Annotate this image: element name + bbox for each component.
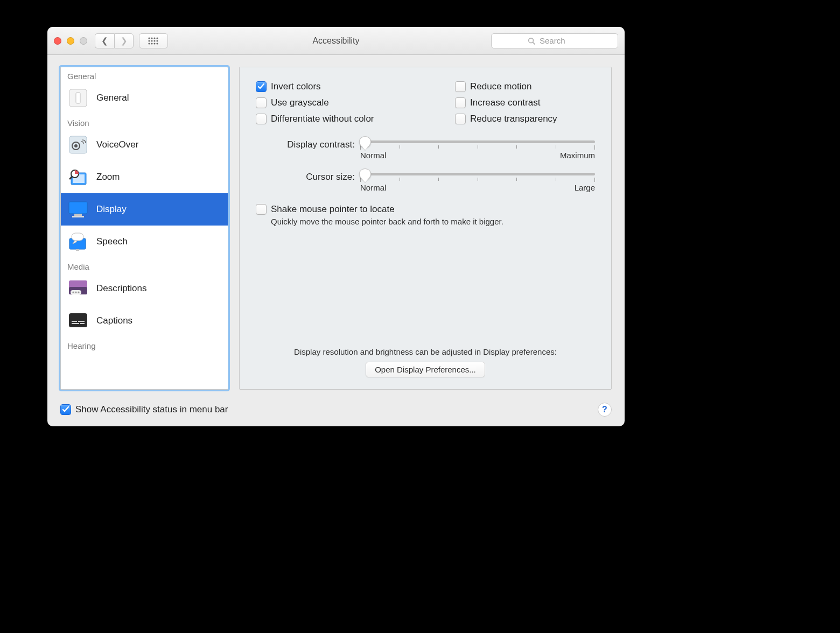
- svg-rect-27: [76, 249, 79, 251]
- sidebar-item-display[interactable]: Display: [61, 193, 228, 226]
- svg-point-1: [151, 37, 152, 39]
- checkbox-label: Use grayscale: [271, 97, 329, 108]
- sidebar-item-general[interactable]: General: [61, 82, 228, 114]
- window-controls: [54, 37, 87, 45]
- sidebar-item-label: Descriptions: [96, 283, 147, 294]
- checkbox-icon: [455, 97, 466, 108]
- svg-point-2: [153, 37, 155, 39]
- svg-point-3: [156, 37, 158, 39]
- forward-button[interactable]: ❯: [114, 33, 134, 48]
- sidebar[interactable]: General General Vision: [60, 67, 228, 390]
- voiceover-icon: [67, 134, 89, 156]
- checkbox-grid: Invert colors Reduce motion Use grayscal…: [256, 81, 595, 124]
- shake-to-locate-description: Quickly move the mouse pointer back and …: [271, 217, 595, 226]
- close-window-button[interactable]: [54, 37, 61, 45]
- titlebar: ❮ ❯ Accessibility: [47, 27, 625, 55]
- checkbox-label: Reduce transparency: [470, 114, 557, 124]
- svg-point-33: [75, 291, 76, 293]
- sidebar-group-media: Media: [61, 258, 228, 272]
- help-button[interactable]: ?: [598, 403, 612, 417]
- svg-point-8: [148, 43, 150, 44]
- accessibility-window: ❮ ❯ Accessibility: [47, 27, 625, 426]
- shake-to-locate-block: Shake mouse pointer to locate Quickly mo…: [256, 204, 595, 226]
- svg-point-32: [72, 291, 74, 293]
- svg-point-7: [156, 40, 158, 41]
- cursor-size-slider[interactable]: Normal Large: [360, 172, 595, 192]
- svg-rect-39: [80, 323, 85, 324]
- increase-contrast-checkbox[interactable]: Increase contrast: [455, 97, 595, 108]
- checkbox-icon: [256, 114, 267, 124]
- sidebar-item-label: Captions: [96, 315, 132, 326]
- sidebar-item-captions[interactable]: Captions: [61, 305, 228, 337]
- zoom-window-button[interactable]: [80, 37, 87, 45]
- cursor-size-row: Cursor size: Normal Large: [256, 172, 595, 192]
- search-input[interactable]: [538, 36, 582, 46]
- descriptions-icon: [67, 278, 89, 299]
- sidebar-item-speech[interactable]: Speech: [61, 226, 228, 258]
- checkbox-icon: [256, 81, 267, 92]
- display-contrast-row: Display contrast: Normal Maximum: [256, 139, 595, 160]
- checkbox-label: Increase contrast: [470, 97, 540, 108]
- differentiate-without-color-checkbox[interactable]: Differentiate without color: [256, 114, 455, 124]
- svg-point-11: [156, 43, 158, 44]
- shake-to-locate-checkbox[interactable]: Shake mouse pointer to locate: [256, 204, 595, 215]
- back-button[interactable]: ❮: [95, 33, 114, 48]
- minimize-window-button[interactable]: [67, 37, 74, 45]
- slider-max-label: Maximum: [560, 151, 595, 160]
- svg-point-5: [151, 40, 152, 41]
- display-preferences-note: Display resolution and brightness can be…: [240, 347, 611, 377]
- sidebar-item-label: Zoom: [96, 172, 120, 182]
- zoom-icon: [67, 166, 89, 188]
- sidebar-item-label: Speech: [96, 236, 128, 247]
- slider-min-label: Normal: [360, 183, 386, 192]
- slider-max-label: Large: [575, 183, 595, 192]
- svg-rect-24: [74, 214, 82, 216]
- invert-colors-checkbox[interactable]: Invert colors: [256, 81, 455, 92]
- reduce-transparency-checkbox[interactable]: Reduce transparency: [455, 114, 595, 124]
- checkbox-label: Show Accessibility status in menu bar: [75, 404, 228, 415]
- svg-point-0: [148, 37, 150, 39]
- svg-point-4: [148, 40, 150, 41]
- chevron-left-icon: ❮: [101, 36, 108, 46]
- svg-rect-23: [69, 202, 87, 214]
- checkbox-label: Shake mouse pointer to locate: [271, 204, 395, 215]
- cursor-size-label: Cursor size:: [256, 172, 360, 182]
- svg-line-13: [533, 42, 535, 44]
- svg-point-9: [151, 43, 152, 44]
- reduce-motion-checkbox[interactable]: Reduce motion: [455, 81, 595, 92]
- checkbox-label: Differentiate without color: [271, 114, 374, 124]
- use-grayscale-checkbox[interactable]: Use grayscale: [256, 97, 455, 108]
- svg-rect-38: [72, 323, 79, 324]
- svg-point-6: [153, 40, 155, 41]
- svg-point-34: [78, 291, 79, 293]
- slider-min-label: Normal: [360, 151, 386, 160]
- speech-icon: [67, 231, 89, 252]
- content-area: General General Vision: [47, 55, 625, 399]
- svg-rect-37: [78, 321, 85, 322]
- search-field[interactable]: [491, 33, 618, 48]
- checkbox-label: Reduce motion: [470, 81, 531, 92]
- display-contrast-slider[interactable]: Normal Maximum: [360, 139, 595, 160]
- show-status-in-menu-bar-checkbox[interactable]: Show Accessibility status in menu bar: [60, 404, 228, 415]
- captions-icon: [67, 310, 89, 332]
- svg-point-10: [153, 43, 155, 44]
- sidebar-group-vision: Vision: [61, 114, 228, 129]
- sidebar-item-descriptions[interactable]: Descriptions: [61, 272, 228, 305]
- svg-rect-25: [72, 216, 84, 217]
- open-display-preferences-button[interactable]: Open Display Preferences...: [366, 362, 485, 377]
- checkbox-icon: [455, 114, 466, 124]
- svg-rect-28: [72, 233, 83, 241]
- checkbox-label: Invert colors: [271, 81, 321, 92]
- sidebar-item-voiceover[interactable]: VoiceOver: [61, 129, 228, 161]
- svg-point-18: [74, 144, 78, 147]
- detail-panel: Invert colors Reduce motion Use grayscal…: [239, 67, 612, 390]
- svg-rect-15: [76, 93, 80, 103]
- general-icon: [67, 87, 89, 109]
- sidebar-item-zoom[interactable]: Zoom: [61, 161, 228, 193]
- svg-line-22: [70, 177, 72, 179]
- sidebar-item-label: VoiceOver: [96, 139, 138, 150]
- sidebar-item-label: General: [96, 93, 129, 103]
- show-all-button[interactable]: [139, 33, 168, 48]
- note-text: Display resolution and brightness can be…: [240, 347, 611, 356]
- grid-icon: [148, 37, 159, 45]
